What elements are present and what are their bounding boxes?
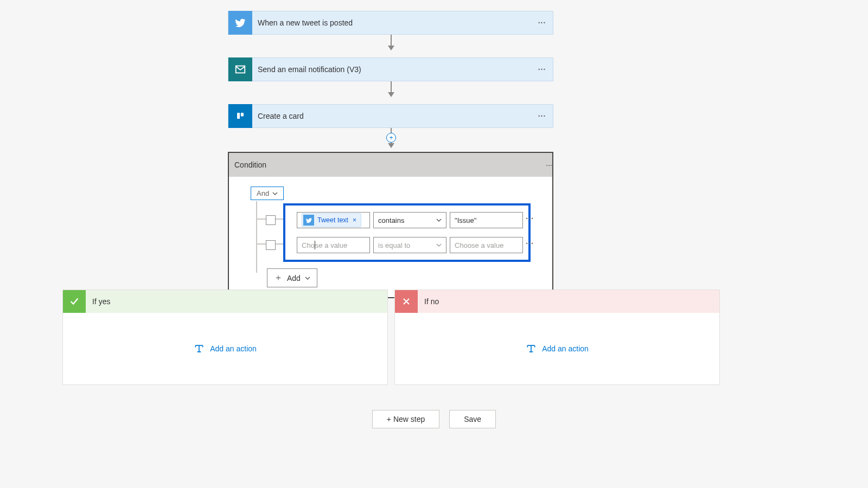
operator-value: contains (378, 216, 404, 224)
token-label: Tweet text (317, 216, 348, 224)
insert-step-button[interactable]: + (386, 133, 396, 143)
add-label: Add (287, 274, 301, 282)
condition-field-input[interactable]: Tweet text × (297, 212, 370, 228)
condition-header[interactable]: Condition ··· (229, 153, 552, 177)
chevron-down-icon (272, 191, 278, 196)
operator-placeholder: is equal to (378, 241, 410, 249)
twitter-icon (228, 11, 252, 35)
add-action-label: Add an action (210, 344, 257, 353)
tree-line (256, 201, 257, 273)
action-icon (194, 344, 205, 354)
row-select-checkbox[interactable] (266, 240, 276, 250)
flow-connector (391, 81, 392, 97)
branch-label: If yes (86, 297, 110, 306)
step-menu-button[interactable]: ··· (531, 112, 553, 120)
chevron-down-icon (436, 242, 442, 248)
condition-operator-select[interactable]: contains (373, 212, 446, 228)
flow-connector (391, 35, 392, 50)
value-text: "Issue" (455, 216, 476, 224)
condition-row: Chose a value is equal to Choose a value… (266, 235, 523, 255)
add-action-label: Add an action (542, 344, 589, 353)
condition-row: Tweet text × contains "Issue" ··· (266, 210, 523, 230)
row-select-checkbox[interactable] (266, 215, 276, 225)
step-title: Create a card (252, 112, 531, 120)
trello-icon (228, 104, 252, 128)
svg-rect-2 (237, 113, 240, 119)
branch-label: If no (418, 297, 439, 306)
new-step-button[interactable]: + New step (372, 410, 439, 428)
if-yes-branch: If yes Add an action (62, 290, 388, 385)
group-operator-select[interactable]: And (251, 187, 284, 200)
condition-value-input[interactable]: "Issue" (450, 212, 523, 228)
value-placeholder: Choose a value (455, 241, 503, 249)
dynamic-token-tweet-text[interactable]: Tweet text × (302, 213, 361, 227)
row-menu-button[interactable]: ··· (526, 239, 534, 248)
footer-actions: + New step Save (0, 410, 868, 428)
chevron-down-icon (436, 217, 442, 223)
flow-step-twitter-trigger[interactable]: When a new tweet is posted ··· (228, 11, 553, 35)
condition-rows-highlight: Tweet text × contains "Issue" ··· (283, 203, 531, 262)
step-title: Send an email notification (V3) (252, 65, 531, 74)
row-menu-button[interactable]: ··· (526, 214, 534, 223)
plus-icon: ＋ (274, 272, 283, 284)
step-menu-button[interactable]: ··· (531, 65, 553, 74)
branch-header[interactable]: If yes (63, 290, 387, 313)
flow-step-send-email[interactable]: Send an email notification (V3) ··· (228, 57, 553, 81)
step-menu-button[interactable]: ··· (531, 18, 553, 27)
close-icon (395, 290, 418, 313)
check-icon (63, 290, 86, 313)
condition-value-input[interactable]: Choose a value (450, 237, 523, 253)
mail-icon (228, 57, 252, 81)
twitter-icon (303, 215, 314, 226)
condition-field-input[interactable]: Chose a value (297, 237, 370, 253)
flow-step-create-card[interactable]: Create a card ··· (228, 104, 553, 128)
group-operator-label: And (257, 189, 269, 197)
step-title: When a new tweet is posted (252, 18, 531, 27)
token-remove-button[interactable]: × (352, 216, 358, 224)
add-action-button[interactable]: Add an action (63, 313, 387, 384)
action-icon (526, 344, 537, 354)
if-no-branch: If no Add an action (394, 290, 720, 385)
condition-title: Condition (229, 160, 546, 169)
add-condition-button[interactable]: ＋ Add (267, 268, 317, 287)
step-menu-button[interactable]: ··· (546, 160, 552, 169)
add-action-button[interactable]: Add an action (395, 313, 719, 384)
chevron-down-icon (305, 275, 310, 281)
branch-header[interactable]: If no (395, 290, 719, 313)
condition-operator-select[interactable]: is equal to (373, 237, 446, 253)
save-button[interactable]: Save (449, 410, 496, 428)
flow-step-condition: Condition ··· And (228, 152, 553, 298)
svg-rect-3 (241, 113, 244, 116)
